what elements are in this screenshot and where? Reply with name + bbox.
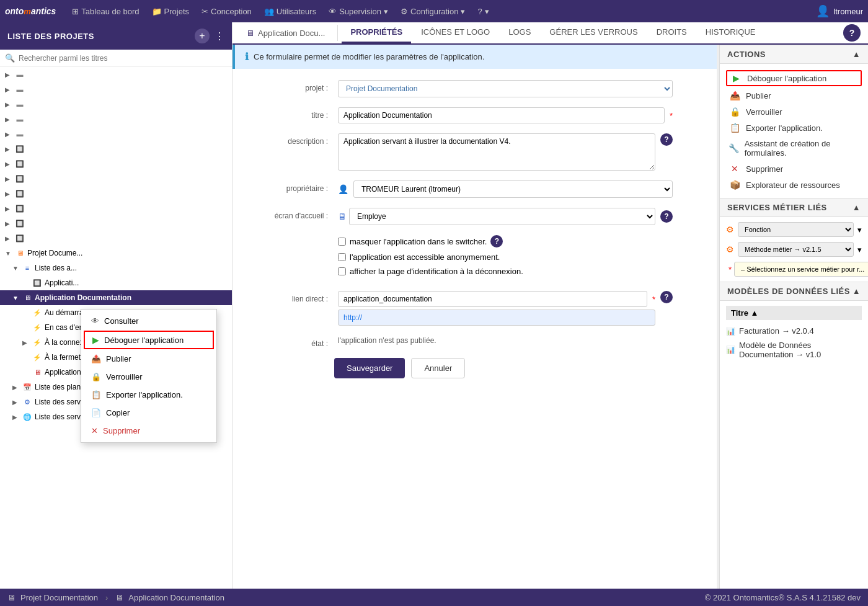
- list-item[interactable]: ▶ 🔲: [0, 201, 232, 216]
- form-row-projet: projet : Projet Documentation: [247, 80, 702, 97]
- checkbox-masquer[interactable]: [338, 238, 346, 246]
- action-publish[interactable]: 📤 Publier: [726, 87, 862, 104]
- context-menu-copy[interactable]: 📄 Copier: [81, 404, 216, 422]
- projet-select[interactable]: Projet Documentation: [338, 80, 673, 97]
- app-icon: 🖥: [32, 367, 42, 377]
- tree-arrow: ▼: [5, 250, 12, 257]
- export-icon: 📋: [91, 390, 101, 399]
- actions-collapse-icon[interactable]: ▲: [852, 50, 861, 59]
- breadcrumb-icon-2: 🖥: [115, 593, 123, 602]
- list-item[interactable]: ▶ ▬: [0, 112, 232, 127]
- add-project-button[interactable]: +: [195, 29, 210, 43]
- list-item[interactable]: ▼ ≡ Liste des a...: [0, 261, 232, 275]
- action-export[interactable]: 📋 Exporter l'application.: [726, 120, 862, 136]
- description-control: Application servant à illustrer la docum…: [338, 133, 673, 171]
- list-item[interactable]: ▶ 🔲: [0, 186, 232, 201]
- description-help-icon[interactable]: ?: [660, 133, 673, 146]
- nav-dashboard[interactable]: ⊞ Tableau de bord: [66, 0, 145, 22]
- folder-icon: ▬: [15, 99, 25, 109]
- save-button[interactable]: Sauvegarder: [334, 358, 405, 378]
- action-lock[interactable]: 🔒 Verrouiller: [726, 104, 862, 120]
- nav-users[interactable]: 👥 Utilisateurs: [258, 0, 322, 22]
- tab-proprietes[interactable]: PROPRIÉTÉS: [342, 22, 411, 43]
- methode-icon: ⚙: [726, 244, 734, 254]
- form-row-lien: lien direct : * ?: [247, 291, 702, 326]
- titre-input[interactable]: [338, 107, 665, 123]
- ecran-help-icon[interactable]: ?: [660, 210, 673, 223]
- tab-historique[interactable]: HISTORIQUE: [697, 22, 764, 43]
- list-item[interactable]: ▶ 🔲: [0, 156, 232, 171]
- tree-arrow: ▶: [5, 116, 12, 123]
- help-button[interactable]: ?: [843, 24, 861, 42]
- service-fonction-select[interactable]: Fonction: [738, 222, 854, 237]
- nav-conception[interactable]: ✂ Conception: [195, 0, 258, 22]
- model-item: 📊 Facturation → v2.0.4: [726, 324, 862, 338]
- top-nav: ontomantics ⊞ Tableau de bord 📁 Projets …: [0, 0, 868, 22]
- services-collapse-icon[interactable]: ▲: [852, 203, 861, 212]
- search-input[interactable]: [19, 54, 227, 63]
- breadcrumb-icon-1: 🖥: [7, 593, 16, 602]
- user-menu[interactable]: 👤 ltromeur: [816, 4, 863, 18]
- cancel-button[interactable]: Annuler: [411, 358, 465, 378]
- action-delete[interactable]: ✕ Supprimer: [726, 161, 862, 177]
- nav-configuration[interactable]: ⚙ Configuration ▾: [394, 0, 471, 22]
- check1-help-icon[interactable]: ?: [490, 235, 503, 247]
- list-item[interactable]: ▶ ▬: [0, 127, 232, 141]
- list-item[interactable]: ▶ ▬: [0, 82, 232, 97]
- nav-projects[interactable]: 📁 Projets: [146, 0, 195, 22]
- form-row-etat: état : l'application n'est pas publiée.: [247, 336, 702, 348]
- tree-arrow: ▶: [5, 131, 12, 138]
- description-input[interactable]: Application servant à illustrer la docum…: [338, 133, 655, 171]
- context-menu-publish[interactable]: 📤 Publier: [81, 350, 216, 368]
- projet-documentation-item[interactable]: ▼ 🖥 Projet Docume...: [0, 246, 232, 261]
- main-layout: LISTE DES PROJETS + ⋮ 🔍 ▶ ▬ ▶ ▬ ▶ ▬: [0, 22, 868, 589]
- lien-input[interactable]: [338, 291, 647, 307]
- ecran-select[interactable]: Employe: [349, 208, 655, 225]
- action-debug[interactable]: ▶ Déboguer l'application: [726, 70, 862, 86]
- titre-label: titre :: [247, 107, 328, 120]
- tab-droits[interactable]: DROITS: [648, 22, 696, 43]
- context-menu-lock[interactable]: 🔒 Verrouiller: [81, 368, 216, 386]
- proprietaire-select[interactable]: TROMEUR Laurent (ltromeur): [353, 180, 673, 198]
- list-item[interactable]: ▶ 🔲: [0, 216, 232, 231]
- form-row-checkboxes: masquer l'application dans le switcher. …: [247, 235, 702, 281]
- list-item[interactable]: ▶ ▬: [0, 67, 232, 82]
- user-icon: 👤: [816, 4, 830, 18]
- action-resource[interactable]: 📦 Explorateur de ressources: [726, 177, 862, 193]
- context-menu-consulter[interactable]: 👁 Consulter: [81, 312, 216, 330]
- nav-supervision[interactable]: 👁 Supervision ▾: [322, 0, 394, 22]
- tab-logs[interactable]: LOGS: [500, 22, 539, 43]
- list-item[interactable]: ▶ 🔲: [0, 141, 232, 156]
- services-header: SERVICES MÉTIER LIÉS ▲: [720, 198, 868, 217]
- models-header: MODÈLES DE DONNÉES LIÉS ▲: [720, 282, 868, 301]
- context-menu-delete[interactable]: ✕ Supprimer: [81, 422, 216, 440]
- list-item[interactable]: ▶ 🔲: [0, 171, 232, 186]
- configuration-dropdown-icon: ▾: [461, 7, 465, 16]
- checkbox-anonyme[interactable]: [338, 253, 346, 261]
- tree-arrow: ▶: [12, 399, 20, 406]
- models-collapse-icon[interactable]: ▲: [852, 287, 861, 296]
- list-item[interactable]: ▶ 🔲 Applicati...: [0, 275, 232, 290]
- right-panel: ACTIONS ▲ ▶ Déboguer l'application 📤 Pub…: [719, 45, 868, 589]
- context-menu-debug[interactable]: ▶ Déboguer l'application: [84, 331, 214, 349]
- form-fields: projet : Projet Documentation titre :: [232, 70, 717, 388]
- checkbox-identification[interactable]: [338, 267, 346, 275]
- context-menu: 👁 Consulter ▶ Déboguer l'application 📤 P…: [81, 309, 217, 443]
- etat-label: état :: [247, 336, 328, 348]
- application-documentation-item[interactable]: ▼ 🖥 Application Documentation: [0, 290, 232, 305]
- nav-help[interactable]: ? ▾: [471, 0, 495, 22]
- list-item[interactable]: ▶ 🔲: [0, 231, 232, 246]
- lien-help-icon[interactable]: ?: [660, 291, 673, 303]
- tab-verrous[interactable]: GÉRER LES VERROUS: [541, 22, 646, 43]
- url-input[interactable]: [338, 310, 655, 326]
- context-menu-export[interactable]: 📋 Exporter l'application.: [81, 386, 216, 404]
- tab-icones[interactable]: ICÔNES ET LOGO: [412, 22, 498, 43]
- more-options-button[interactable]: ⋮: [215, 30, 224, 42]
- form-row-proprietaire: propriétaire : 👤 TROMEUR Laurent (ltrome…: [247, 180, 702, 198]
- eye-icon: 👁: [91, 316, 99, 326]
- list-item[interactable]: ▶ ▬: [0, 97, 232, 112]
- app-tab[interactable]: 🖥 Application Docu...: [237, 22, 334, 43]
- new-service-select[interactable]: – Sélectionnez un service métier pour r.…: [734, 262, 868, 277]
- action-assistant[interactable]: 🔧 Assistant de création de formulaires.: [726, 136, 862, 161]
- service-methode-select[interactable]: Méthode métier → v2.1.5: [738, 242, 854, 257]
